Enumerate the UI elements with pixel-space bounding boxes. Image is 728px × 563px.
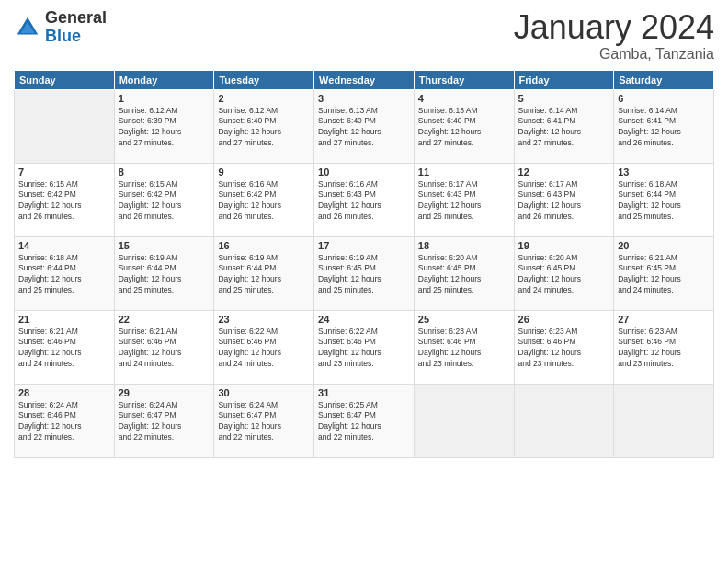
calendar-cell: 16Sunrise: 6:19 AM Sunset: 6:44 PM Dayli… xyxy=(214,236,314,310)
day-number: 13 xyxy=(618,167,710,178)
header-row: SundayMondayTuesdayWednesdayThursdayFrid… xyxy=(15,70,714,89)
day-info: Sunrise: 6:20 AM Sunset: 6:45 PM Dayligh… xyxy=(518,253,610,297)
month-title: January 2024 xyxy=(514,9,714,46)
calendar-cell: 30Sunrise: 6:24 AM Sunset: 6:47 PM Dayli… xyxy=(214,384,314,457)
day-info: Sunrise: 6:16 AM Sunset: 6:43 PM Dayligh… xyxy=(318,179,410,224)
day-info: Sunrise: 6:17 AM Sunset: 6:43 PM Dayligh… xyxy=(418,179,510,224)
day-info: Sunrise: 6:24 AM Sunset: 6:47 PM Dayligh… xyxy=(218,400,310,444)
day-info: Sunrise: 6:16 AM Sunset: 6:42 PM Dayligh… xyxy=(218,179,310,224)
week-row-5: 28Sunrise: 6:24 AM Sunset: 6:46 PM Dayli… xyxy=(15,384,714,457)
day-info: Sunrise: 6:15 AM Sunset: 6:42 PM Dayligh… xyxy=(18,179,110,224)
day-info: Sunrise: 6:14 AM Sunset: 6:41 PM Dayligh… xyxy=(618,106,710,150)
calendar-cell: 29Sunrise: 6:24 AM Sunset: 6:47 PM Dayli… xyxy=(114,384,214,457)
header-day-friday: Friday xyxy=(514,70,614,89)
calendar-cell xyxy=(15,89,115,163)
day-number: 22 xyxy=(119,314,210,325)
calendar-cell: 6Sunrise: 6:14 AM Sunset: 6:41 PM Daylig… xyxy=(614,89,714,163)
day-info: Sunrise: 6:20 AM Sunset: 6:45 PM Dayligh… xyxy=(418,253,510,297)
header-day-tuesday: Tuesday xyxy=(214,70,314,89)
day-info: Sunrise: 6:24 AM Sunset: 6:46 PM Dayligh… xyxy=(18,400,110,444)
day-number: 14 xyxy=(18,240,110,251)
calendar-cell: 24Sunrise: 6:22 AM Sunset: 6:46 PM Dayli… xyxy=(314,310,415,384)
day-info: Sunrise: 6:12 AM Sunset: 6:40 PM Dayligh… xyxy=(218,106,310,150)
day-number: 16 xyxy=(218,240,310,251)
calendar-table: SundayMondayTuesdayWednesdayThursdayFrid… xyxy=(14,70,714,458)
day-info: Sunrise: 6:23 AM Sunset: 6:46 PM Dayligh… xyxy=(418,327,510,371)
calendar-cell: 3Sunrise: 6:13 AM Sunset: 6:40 PM Daylig… xyxy=(314,89,415,163)
day-number: 21 xyxy=(18,314,110,325)
day-number: 4 xyxy=(418,93,510,104)
header-day-monday: Monday xyxy=(114,70,214,89)
calendar-cell xyxy=(614,384,714,457)
calendar-cell: 31Sunrise: 6:25 AM Sunset: 6:47 PM Dayli… xyxy=(314,384,415,457)
day-info: Sunrise: 6:21 AM Sunset: 6:46 PM Dayligh… xyxy=(18,327,110,371)
day-number: 1 xyxy=(119,93,210,104)
calendar-cell: 28Sunrise: 6:24 AM Sunset: 6:46 PM Dayli… xyxy=(15,384,115,457)
logo-general-label: General xyxy=(45,9,107,28)
calendar-cell: 15Sunrise: 6:19 AM Sunset: 6:44 PM Dayli… xyxy=(114,236,214,310)
header: General Blue January 2024 Gamba, Tanzani… xyxy=(14,9,714,63)
day-number: 30 xyxy=(218,387,310,398)
day-info: Sunrise: 6:13 AM Sunset: 6:40 PM Dayligh… xyxy=(418,106,510,150)
day-number: 24 xyxy=(318,314,410,325)
day-info: Sunrise: 6:17 AM Sunset: 6:43 PM Dayligh… xyxy=(518,179,610,224)
day-info: Sunrise: 6:21 AM Sunset: 6:45 PM Dayligh… xyxy=(618,253,710,297)
page: General Blue January 2024 Gamba, Tanzani… xyxy=(0,0,728,563)
logo-icon xyxy=(14,14,41,41)
day-info: Sunrise: 6:14 AM Sunset: 6:41 PM Dayligh… xyxy=(518,106,610,150)
day-number: 31 xyxy=(318,387,410,398)
day-number: 18 xyxy=(418,240,510,251)
calendar-cell: 12Sunrise: 6:17 AM Sunset: 6:43 PM Dayli… xyxy=(514,163,614,236)
day-number: 10 xyxy=(318,167,410,178)
day-number: 26 xyxy=(518,314,610,325)
calendar-cell: 7Sunrise: 6:15 AM Sunset: 6:42 PM Daylig… xyxy=(15,163,115,236)
day-info: Sunrise: 6:22 AM Sunset: 6:46 PM Dayligh… xyxy=(318,327,410,371)
day-number: 3 xyxy=(318,93,410,104)
day-number: 19 xyxy=(518,240,610,251)
calendar-cell: 8Sunrise: 6:15 AM Sunset: 6:42 PM Daylig… xyxy=(114,163,214,236)
day-info: Sunrise: 6:21 AM Sunset: 6:46 PM Dayligh… xyxy=(119,327,210,371)
day-info: Sunrise: 6:18 AM Sunset: 6:44 PM Dayligh… xyxy=(18,253,110,297)
calendar-cell: 13Sunrise: 6:18 AM Sunset: 6:44 PM Dayli… xyxy=(614,163,714,236)
calendar-cell: 5Sunrise: 6:14 AM Sunset: 6:41 PM Daylig… xyxy=(514,89,614,163)
day-number: 17 xyxy=(318,240,410,251)
day-number: 15 xyxy=(119,240,210,251)
calendar-cell: 20Sunrise: 6:21 AM Sunset: 6:45 PM Dayli… xyxy=(614,236,714,310)
day-number: 2 xyxy=(218,93,310,104)
calendar-cell: 19Sunrise: 6:20 AM Sunset: 6:45 PM Dayli… xyxy=(514,236,614,310)
day-info: Sunrise: 6:23 AM Sunset: 6:46 PM Dayligh… xyxy=(618,327,710,371)
week-row-4: 21Sunrise: 6:21 AM Sunset: 6:46 PM Dayli… xyxy=(15,310,714,384)
day-number: 11 xyxy=(418,167,510,178)
calendar-cell: 27Sunrise: 6:23 AM Sunset: 6:46 PM Dayli… xyxy=(614,310,714,384)
calendar-cell: 25Sunrise: 6:23 AM Sunset: 6:46 PM Dayli… xyxy=(414,310,514,384)
calendar-cell: 23Sunrise: 6:22 AM Sunset: 6:46 PM Dayli… xyxy=(214,310,314,384)
header-day-saturday: Saturday xyxy=(614,70,714,89)
calendar-cell: 17Sunrise: 6:19 AM Sunset: 6:45 PM Dayli… xyxy=(314,236,415,310)
logo: General Blue xyxy=(14,9,107,46)
day-info: Sunrise: 6:25 AM Sunset: 6:47 PM Dayligh… xyxy=(318,400,410,444)
day-info: Sunrise: 6:22 AM Sunset: 6:46 PM Dayligh… xyxy=(218,327,310,371)
header-day-wednesday: Wednesday xyxy=(314,70,415,89)
day-info: Sunrise: 6:19 AM Sunset: 6:44 PM Dayligh… xyxy=(218,253,310,297)
day-number: 25 xyxy=(418,314,510,325)
week-row-1: 1Sunrise: 6:12 AM Sunset: 6:39 PM Daylig… xyxy=(15,89,714,163)
day-info: Sunrise: 6:19 AM Sunset: 6:44 PM Dayligh… xyxy=(119,253,210,297)
calendar-cell: 18Sunrise: 6:20 AM Sunset: 6:45 PM Dayli… xyxy=(414,236,514,310)
day-number: 23 xyxy=(218,314,310,325)
day-number: 12 xyxy=(518,167,610,178)
day-number: 27 xyxy=(618,314,710,325)
day-info: Sunrise: 6:15 AM Sunset: 6:42 PM Dayligh… xyxy=(119,179,210,224)
calendar-cell: 11Sunrise: 6:17 AM Sunset: 6:43 PM Dayli… xyxy=(414,163,514,236)
header-day-sunday: Sunday xyxy=(15,70,115,89)
day-info: Sunrise: 6:23 AM Sunset: 6:46 PM Dayligh… xyxy=(518,327,610,371)
day-number: 9 xyxy=(218,167,310,178)
day-info: Sunrise: 6:13 AM Sunset: 6:40 PM Dayligh… xyxy=(318,106,410,150)
calendar-cell xyxy=(414,384,514,457)
day-number: 29 xyxy=(119,387,210,398)
day-info: Sunrise: 6:12 AM Sunset: 6:39 PM Dayligh… xyxy=(119,106,210,150)
calendar-cell: 1Sunrise: 6:12 AM Sunset: 6:39 PM Daylig… xyxy=(114,89,214,163)
week-row-2: 7Sunrise: 6:15 AM Sunset: 6:42 PM Daylig… xyxy=(15,163,714,236)
day-number: 28 xyxy=(18,387,110,398)
title-block: January 2024 Gamba, Tanzania xyxy=(514,9,714,63)
calendar-cell xyxy=(514,384,614,457)
